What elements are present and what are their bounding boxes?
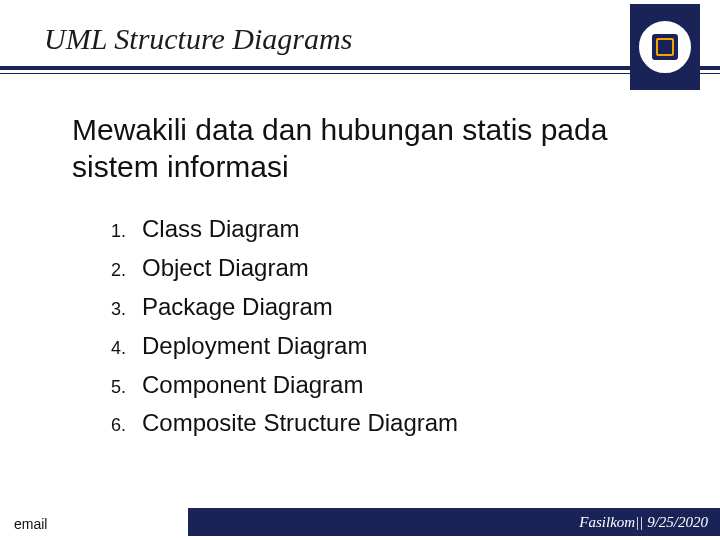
footer-email-label: email (14, 516, 47, 532)
header-rule-thick (0, 66, 720, 70)
footer-bar: Fasilkom|| 9/25/2020 (188, 508, 720, 536)
list-item: 2. Object Diagram (90, 249, 458, 288)
list-item: 1. Class Diagram (90, 210, 458, 249)
list-text: Object Diagram (142, 249, 309, 288)
list-item: 6. Composite Structure Diagram (90, 404, 458, 443)
lead-paragraph: Mewakili data dan hubungan statis pada s… (72, 112, 690, 185)
list-text: Composite Structure Diagram (142, 404, 458, 443)
list-text: Package Diagram (142, 288, 333, 327)
list-item: 3. Package Diagram (90, 288, 458, 327)
slide: UML Structure Diagrams Mewakili data dan… (0, 0, 720, 540)
slide-title: UML Structure Diagrams (44, 22, 352, 56)
list-item: 4. Deployment Diagram (90, 327, 458, 366)
list-number: 6. (90, 411, 142, 440)
list-text: Component Diagram (142, 366, 363, 405)
list-text: Deployment Diagram (142, 327, 367, 366)
list-number: 1. (90, 217, 142, 246)
footer-meta: Fasilkom|| 9/25/2020 (579, 514, 708, 531)
list-number: 2. (90, 256, 142, 285)
list-item: 5. Component Diagram (90, 366, 458, 405)
footer: email Fasilkom|| 9/25/2020 (0, 506, 720, 536)
logo-block (630, 4, 700, 90)
header-rule-thin (0, 73, 720, 74)
list-number: 3. (90, 295, 142, 324)
university-seal-icon (636, 18, 694, 76)
ordered-list: 1. Class Diagram 2. Object Diagram 3. Pa… (90, 210, 458, 443)
list-text: Class Diagram (142, 210, 299, 249)
header: UML Structure Diagrams (0, 0, 720, 92)
list-number: 4. (90, 334, 142, 363)
list-number: 5. (90, 373, 142, 402)
